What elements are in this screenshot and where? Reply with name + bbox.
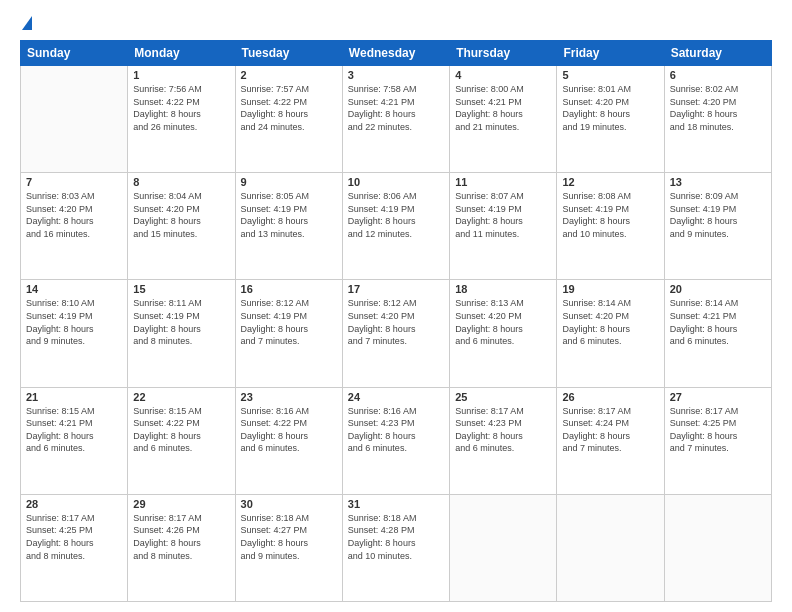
calendar-week-row: 28Sunrise: 8:17 AMSunset: 4:25 PMDayligh…	[21, 494, 772, 601]
logo-icon	[22, 16, 32, 30]
day-info: Sunrise: 8:14 AMSunset: 4:20 PMDaylight:…	[562, 297, 658, 347]
calendar-cell: 23Sunrise: 8:16 AMSunset: 4:22 PMDayligh…	[235, 387, 342, 494]
calendar-cell: 16Sunrise: 8:12 AMSunset: 4:19 PMDayligh…	[235, 280, 342, 387]
day-info: Sunrise: 8:00 AMSunset: 4:21 PMDaylight:…	[455, 83, 551, 133]
day-info: Sunrise: 8:15 AMSunset: 4:22 PMDaylight:…	[133, 405, 229, 455]
calendar-cell: 14Sunrise: 8:10 AMSunset: 4:19 PMDayligh…	[21, 280, 128, 387]
day-number: 26	[562, 391, 658, 403]
calendar-cell: 20Sunrise: 8:14 AMSunset: 4:21 PMDayligh…	[664, 280, 771, 387]
calendar-week-row: 1Sunrise: 7:56 AMSunset: 4:22 PMDaylight…	[21, 66, 772, 173]
weekday-header: Monday	[128, 41, 235, 66]
day-number: 23	[241, 391, 337, 403]
day-number: 12	[562, 176, 658, 188]
weekday-header: Thursday	[450, 41, 557, 66]
page: SundayMondayTuesdayWednesdayThursdayFrid…	[0, 0, 792, 612]
calendar-cell: 10Sunrise: 8:06 AMSunset: 4:19 PMDayligh…	[342, 173, 449, 280]
calendar-cell: 27Sunrise: 8:17 AMSunset: 4:25 PMDayligh…	[664, 387, 771, 494]
day-info: Sunrise: 8:02 AMSunset: 4:20 PMDaylight:…	[670, 83, 766, 133]
day-number: 27	[670, 391, 766, 403]
day-number: 19	[562, 283, 658, 295]
day-info: Sunrise: 8:12 AMSunset: 4:19 PMDaylight:…	[241, 297, 337, 347]
calendar-cell: 21Sunrise: 8:15 AMSunset: 4:21 PMDayligh…	[21, 387, 128, 494]
calendar-cell: 18Sunrise: 8:13 AMSunset: 4:20 PMDayligh…	[450, 280, 557, 387]
day-info: Sunrise: 8:01 AMSunset: 4:20 PMDaylight:…	[562, 83, 658, 133]
day-number: 20	[670, 283, 766, 295]
calendar-cell: 7Sunrise: 8:03 AMSunset: 4:20 PMDaylight…	[21, 173, 128, 280]
day-number: 9	[241, 176, 337, 188]
day-number: 30	[241, 498, 337, 510]
day-info: Sunrise: 8:15 AMSunset: 4:21 PMDaylight:…	[26, 405, 122, 455]
calendar-cell: 30Sunrise: 8:18 AMSunset: 4:27 PMDayligh…	[235, 494, 342, 601]
calendar-cell: 5Sunrise: 8:01 AMSunset: 4:20 PMDaylight…	[557, 66, 664, 173]
day-number: 28	[26, 498, 122, 510]
calendar-cell	[450, 494, 557, 601]
calendar-cell: 6Sunrise: 8:02 AMSunset: 4:20 PMDaylight…	[664, 66, 771, 173]
day-number: 31	[348, 498, 444, 510]
calendar-cell: 2Sunrise: 7:57 AMSunset: 4:22 PMDaylight…	[235, 66, 342, 173]
calendar-cell: 29Sunrise: 8:17 AMSunset: 4:26 PMDayligh…	[128, 494, 235, 601]
day-info: Sunrise: 8:17 AMSunset: 4:24 PMDaylight:…	[562, 405, 658, 455]
day-number: 1	[133, 69, 229, 81]
calendar-cell: 3Sunrise: 7:58 AMSunset: 4:21 PMDaylight…	[342, 66, 449, 173]
day-info: Sunrise: 8:11 AMSunset: 4:19 PMDaylight:…	[133, 297, 229, 347]
day-info: Sunrise: 8:17 AMSunset: 4:25 PMDaylight:…	[26, 512, 122, 562]
day-info: Sunrise: 8:17 AMSunset: 4:26 PMDaylight:…	[133, 512, 229, 562]
day-info: Sunrise: 8:07 AMSunset: 4:19 PMDaylight:…	[455, 190, 551, 240]
day-number: 14	[26, 283, 122, 295]
logo-text	[20, 18, 32, 30]
calendar-cell	[21, 66, 128, 173]
day-info: Sunrise: 8:08 AMSunset: 4:19 PMDaylight:…	[562, 190, 658, 240]
day-info: Sunrise: 8:05 AMSunset: 4:19 PMDaylight:…	[241, 190, 337, 240]
calendar-cell	[664, 494, 771, 601]
day-number: 29	[133, 498, 229, 510]
calendar-cell: 13Sunrise: 8:09 AMSunset: 4:19 PMDayligh…	[664, 173, 771, 280]
day-info: Sunrise: 8:16 AMSunset: 4:22 PMDaylight:…	[241, 405, 337, 455]
day-info: Sunrise: 8:03 AMSunset: 4:20 PMDaylight:…	[26, 190, 122, 240]
day-info: Sunrise: 7:56 AMSunset: 4:22 PMDaylight:…	[133, 83, 229, 133]
day-number: 3	[348, 69, 444, 81]
calendar-cell	[557, 494, 664, 601]
day-number: 16	[241, 283, 337, 295]
day-info: Sunrise: 8:06 AMSunset: 4:19 PMDaylight:…	[348, 190, 444, 240]
day-info: Sunrise: 8:09 AMSunset: 4:19 PMDaylight:…	[670, 190, 766, 240]
header	[20, 18, 772, 30]
weekday-header: Wednesday	[342, 41, 449, 66]
day-number: 15	[133, 283, 229, 295]
day-info: Sunrise: 7:57 AMSunset: 4:22 PMDaylight:…	[241, 83, 337, 133]
day-number: 4	[455, 69, 551, 81]
day-number: 11	[455, 176, 551, 188]
calendar-week-row: 21Sunrise: 8:15 AMSunset: 4:21 PMDayligh…	[21, 387, 772, 494]
day-number: 25	[455, 391, 551, 403]
day-number: 10	[348, 176, 444, 188]
day-number: 22	[133, 391, 229, 403]
calendar-cell: 22Sunrise: 8:15 AMSunset: 4:22 PMDayligh…	[128, 387, 235, 494]
day-info: Sunrise: 8:16 AMSunset: 4:23 PMDaylight:…	[348, 405, 444, 455]
day-number: 18	[455, 283, 551, 295]
day-number: 5	[562, 69, 658, 81]
day-info: Sunrise: 8:17 AMSunset: 4:23 PMDaylight:…	[455, 405, 551, 455]
day-number: 17	[348, 283, 444, 295]
day-info: Sunrise: 8:18 AMSunset: 4:27 PMDaylight:…	[241, 512, 337, 562]
calendar-cell: 31Sunrise: 8:18 AMSunset: 4:28 PMDayligh…	[342, 494, 449, 601]
day-info: Sunrise: 8:04 AMSunset: 4:20 PMDaylight:…	[133, 190, 229, 240]
day-info: Sunrise: 8:18 AMSunset: 4:28 PMDaylight:…	[348, 512, 444, 562]
calendar-cell: 19Sunrise: 8:14 AMSunset: 4:20 PMDayligh…	[557, 280, 664, 387]
calendar-cell: 28Sunrise: 8:17 AMSunset: 4:25 PMDayligh…	[21, 494, 128, 601]
day-number: 7	[26, 176, 122, 188]
logo	[20, 18, 32, 30]
calendar-cell: 11Sunrise: 8:07 AMSunset: 4:19 PMDayligh…	[450, 173, 557, 280]
day-number: 13	[670, 176, 766, 188]
day-number: 8	[133, 176, 229, 188]
day-info: Sunrise: 8:14 AMSunset: 4:21 PMDaylight:…	[670, 297, 766, 347]
weekday-header: Friday	[557, 41, 664, 66]
calendar-week-row: 14Sunrise: 8:10 AMSunset: 4:19 PMDayligh…	[21, 280, 772, 387]
calendar-cell: 24Sunrise: 8:16 AMSunset: 4:23 PMDayligh…	[342, 387, 449, 494]
calendar-cell: 12Sunrise: 8:08 AMSunset: 4:19 PMDayligh…	[557, 173, 664, 280]
weekday-header: Tuesday	[235, 41, 342, 66]
calendar-cell: 25Sunrise: 8:17 AMSunset: 4:23 PMDayligh…	[450, 387, 557, 494]
day-info: Sunrise: 8:13 AMSunset: 4:20 PMDaylight:…	[455, 297, 551, 347]
day-number: 6	[670, 69, 766, 81]
day-info: Sunrise: 8:10 AMSunset: 4:19 PMDaylight:…	[26, 297, 122, 347]
weekday-header: Saturday	[664, 41, 771, 66]
day-info: Sunrise: 7:58 AMSunset: 4:21 PMDaylight:…	[348, 83, 444, 133]
